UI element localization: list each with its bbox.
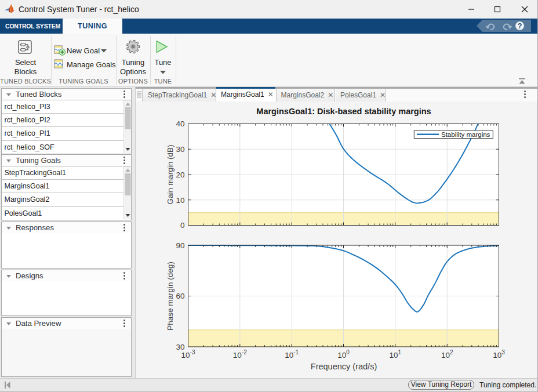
svg-text:Gain margin (dB): Gain margin (dB) [166, 145, 175, 205]
svg-text:20: 20 [176, 170, 184, 179]
svg-text:Phase margin (deg): Phase margin (deg) [166, 262, 175, 331]
svg-text:0: 0 [180, 221, 185, 230]
svg-text:30: 30 [176, 343, 184, 351]
svg-text:10-2: 10-2 [233, 349, 247, 360]
svg-text:Frequency (rad/s): Frequency (rad/s) [311, 362, 377, 371]
svg-text:Stability margins: Stability margins [441, 131, 490, 138]
svg-text:?: ? [518, 22, 522, 30]
svg-text:30: 30 [176, 145, 184, 154]
svg-text:90: 90 [176, 241, 184, 250]
svg-text:102: 102 [441, 349, 453, 360]
svg-text:10-3: 10-3 [181, 349, 195, 360]
svg-text:103: 103 [493, 349, 505, 360]
svg-text:60: 60 [176, 292, 184, 300]
svg-text:40: 40 [176, 119, 184, 128]
svg-text:100: 100 [337, 349, 350, 360]
svg-text:MarginsGoal1: Disk-based stabi: MarginsGoal1: Disk-based stability margi… [256, 107, 431, 116]
svg-text:10-1: 10-1 [285, 349, 299, 360]
svg-text:101: 101 [390, 349, 402, 360]
svg-text:10: 10 [176, 196, 184, 205]
